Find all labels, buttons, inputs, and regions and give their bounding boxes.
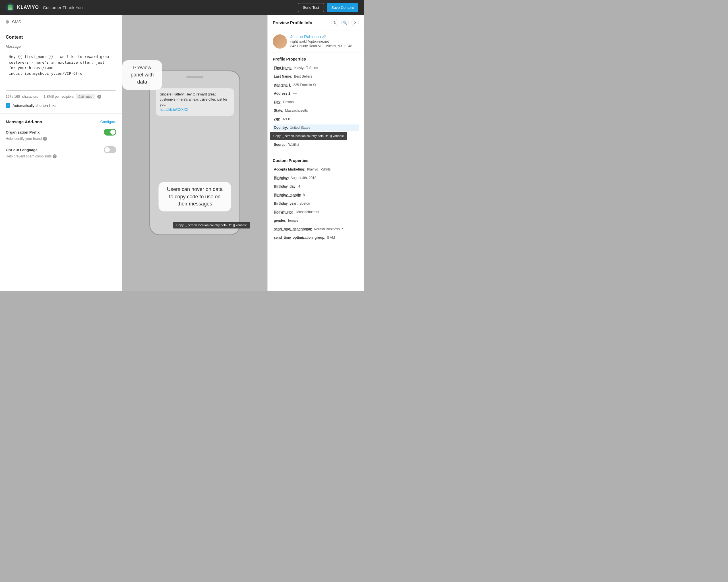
country-copy-tooltip: Copy {{ person.location.country|default:… (173, 222, 250, 228)
close-icon: ✕ (354, 21, 357, 25)
profile-email: nighthawk@optonline.net (290, 39, 359, 44)
addon-optout: Opt-out Language Help prevent spam compl… (6, 146, 116, 158)
property-row[interactable]: Address 1:225 Franklin St (273, 82, 359, 88)
addon-optout-top: Opt-out Language (6, 146, 116, 153)
custom-properties-section: Custom Properties Accepts Marketing:Klav… (267, 154, 364, 247)
char-label: characters (22, 94, 38, 99)
custom-property-row[interactable]: send_time_description:Normal Business P.… (273, 226, 359, 232)
property-key: Country: (274, 125, 288, 130)
optout-title: Opt-out Language (6, 148, 37, 152)
custom-property-key: Birthday: (274, 175, 289, 181)
custom-property-key: send_time_optimization_group: (274, 235, 325, 240)
message-label: Message (6, 44, 116, 49)
custom-property-value: Klaviyo T-Shirts (307, 167, 331, 172)
custom-property-value: August 4th, 2018 (291, 175, 316, 181)
nav-right: Send Test Save Content (298, 3, 358, 12)
optout-toggle[interactable] (104, 146, 116, 153)
custom-property-value: female (288, 218, 298, 223)
tooltip-text: Copy {{ person.location.country|default:… (176, 223, 247, 227)
annotation-preview-text: Preview panel with data (131, 65, 154, 85)
property-key: State: (274, 108, 283, 113)
page-title: Customer Thank You (43, 5, 83, 10)
addon-org-top: Organization Prefix (6, 129, 116, 136)
estimated-badge: Estimated (76, 94, 95, 99)
property-value: 225 Franklin St (293, 82, 316, 87)
addons-header: Message Add-ons Configure (6, 119, 116, 124)
property-row[interactable]: Country:United StatesCopy {{ person.loca… (273, 124, 359, 131)
profile-properties-section: Profile Properties First Name:Klaviyo T-… (267, 53, 364, 154)
custom-property-row[interactable]: Accepts Marketing:Klaviyo T-Shirts (273, 166, 359, 172)
property-row[interactable]: Last Name:Best Sellers (273, 73, 359, 80)
custom-property-key: Birthday_day: (274, 184, 296, 189)
content-title: Content (6, 35, 116, 40)
property-value: Waitlist (288, 142, 299, 147)
property-row[interactable]: Zip:02110 (273, 116, 359, 122)
property-key: Address 2: (274, 91, 291, 96)
property-row[interactable]: State:Massachusetts (273, 107, 359, 114)
custom-property-value: Boston (300, 201, 310, 206)
custom-property-row[interactable]: Birthday_day:4 (273, 183, 359, 190)
property-row[interactable]: First Name:Klaviyo T-Shirts (273, 65, 359, 71)
property-value: Massachusetts (285, 108, 308, 113)
custom-property-row[interactable]: gender:female (273, 217, 359, 224)
message-input[interactable]: Hey {{ first_name }} - we like to reward… (6, 51, 116, 91)
refresh-icon: ↻ (333, 21, 336, 25)
custom-property-value: Massachusetts (296, 210, 319, 215)
custom-property-row[interactable]: send_time_optimization_group:8 AM (273, 234, 359, 241)
property-row[interactable]: City:Boston (273, 99, 359, 105)
panel-header: Preview Profile Info ↻ 🔍 ✕ (267, 15, 364, 30)
custom-property-row[interactable]: Birthday_month:8 (273, 192, 359, 198)
custom-property-row[interactable]: DogWalking:Massachusetts (273, 209, 359, 215)
custom-property-key: Accepts Marketing: (274, 167, 306, 172)
profile-address: 842 County Road 519, Milford, NJ 08848 (290, 44, 359, 48)
auto-shorten-label: Automatically shorten links (12, 104, 56, 108)
org-prefix-desc: Help identify your brand ? (6, 137, 116, 141)
profile-info: Justine Robinson 🔗 nighthawk@optonline.n… (267, 30, 364, 53)
sms-status-dot (6, 20, 9, 24)
custom-property-key: gender: (274, 218, 286, 223)
char-count-row: 127 / 160 characters · 1 SMS per recipie… (6, 94, 116, 99)
property-value: Boston (283, 100, 294, 105)
custom-props-container: Accepts Marketing:Klaviyo T-ShirtsBirthd… (273, 166, 359, 241)
annotation-hover-text: Users can hover on data to copy code to … (167, 187, 223, 206)
separator: · (41, 94, 41, 99)
org-prefix-toggle[interactable] (104, 129, 116, 136)
avatar (273, 34, 287, 49)
custom-property-key: send_time_description: (274, 226, 312, 231)
optout-help-icon[interactable]: ? (53, 154, 57, 158)
custom-property-value: 4 (298, 184, 300, 189)
sms-bubble: Sincere Flattery: Hey to reward great cu… (156, 88, 234, 116)
sms-label: SMS (12, 19, 21, 24)
optout-desc: Help prevent spam complaints ? (6, 154, 116, 158)
close-icon-button[interactable]: ✕ (352, 19, 359, 26)
sms-link[interactable]: http://klv.io/XXXXX (160, 108, 188, 112)
left-panel: SMS Content Message Hey {{ first_name }}… (0, 15, 122, 291)
property-row[interactable]: Address 2:— (273, 90, 359, 96)
property-value: Best Sellers (294, 74, 312, 79)
external-link-icon: 🔗 (322, 35, 326, 39)
search-icon: 🔍 (343, 21, 347, 25)
custom-property-row[interactable]: Birthday:August 4th, 2018 (273, 175, 359, 181)
search-icon-button[interactable]: 🔍 (341, 19, 349, 26)
custom-property-value: 8 AM (327, 235, 335, 240)
custom-property-key: Birthday_month: (274, 192, 301, 197)
refresh-icon-button[interactable]: ↻ (331, 19, 338, 26)
auto-shorten-checkbox[interactable] (6, 103, 10, 108)
custom-property-row[interactable]: Birthday_year:Boston (273, 200, 359, 206)
panel-icons: ↻ 🔍 ✕ (331, 19, 359, 26)
send-test-button[interactable]: Send Test (298, 3, 324, 12)
property-row[interactable]: Source:Waitlist (273, 141, 359, 148)
profile-name[interactable]: Justine Robinson 🔗 (290, 34, 359, 39)
save-content-button[interactable]: Save Content (327, 3, 358, 12)
property-key: Source: (274, 142, 287, 147)
brand-name: KLAVIYO (17, 5, 39, 10)
center-area: ‹ › Sincere Flattery: Hey to reward grea… (122, 15, 267, 291)
sms-sender: Sincere Flattery: Hey (160, 92, 192, 96)
custom-property-value: Normal Business P... (314, 226, 345, 231)
estimated-help-icon[interactable]: ? (97, 94, 101, 99)
profile-props-container: First Name:Klaviyo T-ShirtsLast Name:Bes… (273, 65, 359, 148)
custom-property-key: DogWalking: (274, 210, 295, 215)
configure-link[interactable]: Configure (100, 120, 116, 124)
content-section: Content Message Hey {{ first_name }} - w… (0, 29, 122, 113)
org-prefix-help-icon[interactable]: ? (43, 137, 47, 141)
